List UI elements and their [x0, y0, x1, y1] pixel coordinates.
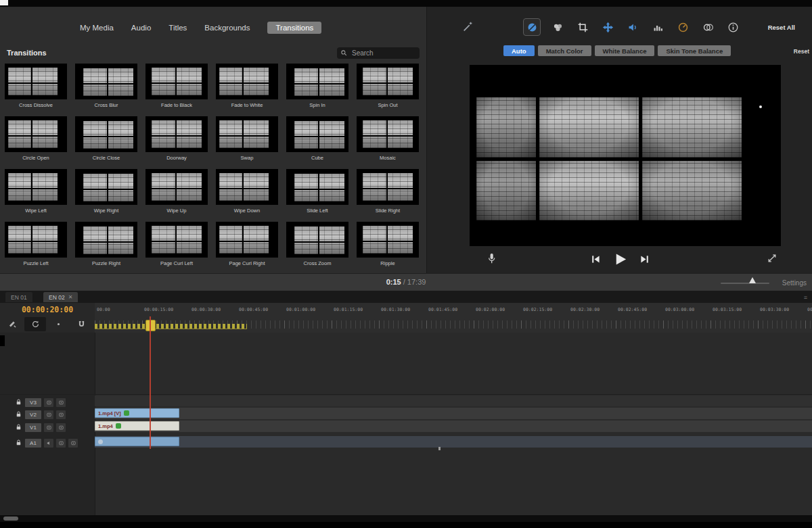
sequence-tab-2[interactable]: EN 02 ✕	[43, 292, 78, 302]
razor-tool-button[interactable]	[1, 317, 23, 331]
magnet-tool-button[interactable]	[70, 317, 92, 331]
transition-item[interactable]: Wipe Left	[3, 169, 68, 214]
close-icon[interactable]: ✕	[68, 294, 73, 300]
transition-item[interactable]: Ripple	[355, 222, 420, 266]
mute-toggle[interactable]	[44, 439, 53, 448]
timeline-ruler[interactable]: 00:0000:00:15:0000:00:30:0000:00:45:0000…	[95, 303, 812, 333]
track-toggle[interactable]	[56, 439, 66, 448]
transition-item[interactable]: Puzzle Right	[74, 222, 139, 266]
transition-item[interactable]: Spin In	[285, 64, 350, 108]
transition-item[interactable]: Page Curl Left	[144, 222, 209, 266]
reset-button[interactable]: Reset	[794, 48, 809, 55]
track-lane-v3	[95, 395, 812, 406]
volume-icon	[627, 22, 639, 33]
transition-item[interactable]: Wipe Right	[74, 169, 139, 214]
track-toggle[interactable]	[56, 423, 66, 432]
video-panel	[642, 97, 742, 158]
thumbnail-preview	[83, 68, 133, 96]
reset-all-button[interactable]: Reset All	[768, 24, 795, 31]
media-tab-titles[interactable]: Titles	[168, 24, 187, 32]
enhance-wand-button[interactable]	[462, 20, 474, 35]
tracks-divider	[0, 394, 812, 395]
media-tab-audio[interactable]: Audio	[131, 24, 151, 32]
sequence-tab-1[interactable]: EN 01	[5, 292, 32, 302]
scrollbar-handle[interactable]	[3, 517, 18, 521]
transition-item[interactable]: Mosaic	[355, 116, 420, 161]
transition-item[interactable]: Circle Close	[74, 116, 139, 161]
video-panel	[642, 161, 742, 221]
noise-reduction-button[interactable]	[650, 19, 666, 35]
lock-toggle[interactable]	[15, 421, 22, 433]
transition-item[interactable]: Slide Left	[285, 169, 350, 214]
track-toggle[interactable]	[56, 398, 66, 407]
track-toggle[interactable]	[44, 410, 53, 419]
track-name[interactable]: V1	[25, 423, 41, 432]
media-tab-my-media[interactable]: My Media	[80, 24, 114, 32]
timeline-clip[interactable]	[95, 437, 179, 446]
timeline-clip[interactable]: 1.mp4 [V]	[95, 408, 179, 418]
transition-item[interactable]: Cross Dissolve	[3, 64, 68, 108]
segment-skin-tone-balance[interactable]: Skin Tone Balance	[658, 45, 731, 56]
transition-thumbnail	[357, 222, 419, 258]
transition-item[interactable]: Puzzle Left	[3, 222, 68, 266]
video-panel	[539, 97, 639, 158]
crop-button[interactable]	[574, 19, 591, 35]
speed-button[interactable]	[675, 19, 691, 35]
transition-item[interactable]: Wipe Up	[144, 169, 209, 214]
timeline-panel: EN 01 EN 02 ✕ ≡ 00:00:20:00 00:0000:00:1…	[0, 291, 812, 528]
transition-item[interactable]: Spin Out	[355, 64, 420, 108]
media-tab-backgrounds[interactable]: Backgrounds	[204, 24, 250, 32]
media-tab-transitions[interactable]: Transitions	[267, 22, 321, 34]
track-toggle[interactable]	[56, 410, 66, 419]
track-name[interactable]: V2	[25, 410, 41, 419]
skip-back-button[interactable]	[590, 254, 602, 268]
color-correction-button[interactable]	[549, 19, 566, 35]
stabilization-button[interactable]	[600, 19, 616, 35]
work-area-band	[95, 324, 247, 329]
color-balance-button[interactable]	[523, 18, 541, 36]
timeline-zoom-slider[interactable]	[721, 283, 769, 284]
zoom-slider-thumb[interactable]	[749, 277, 756, 283]
lock-toggle[interactable]	[15, 396, 22, 408]
track-name[interactable]: A1	[25, 439, 41, 448]
timeline-clip[interactable]: 1.mp4	[95, 421, 179, 431]
info-button[interactable]	[725, 19, 741, 35]
search-input[interactable]	[351, 49, 410, 57]
effects-button[interactable]	[700, 19, 716, 35]
transition-item[interactable]: Cross Blur	[74, 64, 139, 108]
track-toggle[interactable]	[44, 423, 53, 432]
playhead-line[interactable]	[150, 316, 151, 449]
transition-item[interactable]: Cross Zoom	[285, 222, 350, 266]
segment-match-color[interactable]: Match Color	[538, 45, 591, 56]
transition-item[interactable]: Page Curl Right	[215, 222, 279, 266]
timeline-tab-strip: EN 01 EN 02 ✕ ≡	[0, 291, 812, 303]
skip-forward-button[interactable]	[639, 254, 650, 268]
play-button[interactable]	[612, 251, 628, 270]
horizontal-scrollbar[interactable]	[0, 515, 812, 522]
transition-item[interactable]: Swap	[215, 116, 279, 161]
ruler-label: 00:00:30:00	[191, 307, 221, 312]
toggle-icon	[46, 412, 52, 418]
settings-button[interactable]: Settings	[782, 279, 807, 287]
history-tool-button[interactable]	[24, 317, 46, 331]
track-toggle[interactable]	[68, 439, 78, 448]
timeline-menu-icon[interactable]: ≡	[804, 294, 808, 301]
segment-auto[interactable]: Auto	[503, 45, 535, 56]
search-field[interactable]	[337, 47, 420, 59]
transition-item[interactable]: Wipe Down	[215, 169, 279, 214]
lock-toggle[interactable]	[15, 408, 22, 421]
transition-item[interactable]: Cube	[285, 116, 350, 161]
fullscreen-button[interactable]	[767, 253, 777, 266]
track-name[interactable]: V3	[25, 398, 41, 407]
transition-item[interactable]: Fade to Black	[144, 64, 209, 108]
marker-tool-button[interactable]	[47, 317, 69, 331]
transition-item[interactable]: Circle Open	[3, 116, 68, 161]
transition-item[interactable]: Fade to White	[215, 64, 279, 108]
transition-item[interactable]: Slide Right	[355, 169, 420, 214]
volume-button[interactable]	[625, 19, 641, 35]
transition-item[interactable]: Doorway	[144, 116, 209, 161]
toggle-icon	[58, 400, 64, 406]
segment-white-balance[interactable]: White Balance	[595, 45, 655, 56]
track-toggle[interactable]	[44, 398, 53, 407]
lock-toggle[interactable]	[15, 437, 22, 449]
